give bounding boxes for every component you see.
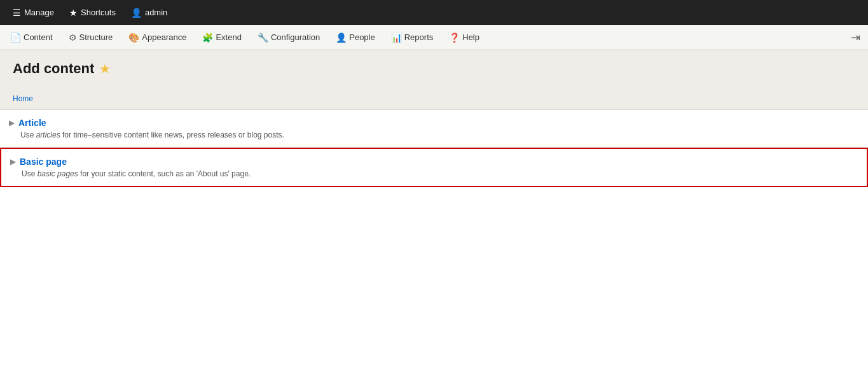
nav-label-people: People (349, 32, 375, 42)
page-body: Home ▶ Article Use articles for time–sen… (0, 90, 868, 344)
nav-bar: 📄 Content ⚙ Structure 🎨 Appearance 🧩 Ext… (0, 25, 868, 50)
user-icon: 👤 (131, 8, 142, 18)
star-nav-icon: ★ (69, 8, 78, 18)
page-header: Add content ★ (0, 50, 868, 90)
content-icon: 📄 (10, 32, 21, 43)
edit-shortcut-toggle[interactable]: ⇥ (851, 31, 865, 45)
nav-item-structure[interactable]: ⚙ Structure (61, 25, 121, 50)
nav-item-reports[interactable]: 📊 Reports (383, 25, 442, 50)
manage-label: Manage (24, 8, 54, 17)
help-icon: ❓ (449, 32, 460, 43)
breadcrumb: Home (13, 94, 33, 108)
reports-icon: 📊 (391, 32, 402, 43)
nav-item-content[interactable]: 📄 Content (3, 25, 61, 50)
article-link[interactable]: Article (18, 118, 46, 128)
nav-item-help[interactable]: ❓ Help (441, 25, 488, 50)
nav-item-people[interactable]: 👤 People (328, 25, 383, 50)
nav-label-appearance: Appearance (142, 32, 186, 42)
basic-page-desc-italic: basic pages (38, 169, 78, 178)
nav-label-reports: Reports (404, 32, 434, 42)
structure-icon: ⚙ (69, 32, 77, 43)
article-desc-suffix: for time–sensitive content like news, pr… (60, 130, 284, 139)
nav-item-configuration[interactable]: 🔧 Configuration (250, 25, 328, 50)
configuration-icon: 🔧 (258, 32, 268, 43)
nav-item-appearance[interactable]: 🎨 Appearance (121, 25, 195, 50)
article-arrow-icon: ▶ (9, 118, 15, 127)
basic-page-arrow-icon: ▶ (10, 157, 16, 166)
article-description: Use articles for time–sensitive content … (20, 130, 859, 139)
breadcrumb-home-link[interactable]: Home (13, 94, 33, 103)
admin-user-button[interactable]: 👤 admin (123, 0, 175, 25)
content-type-list: ▶ Article Use articles for time–sensitiv… (0, 110, 868, 187)
article-title-row: ▶ Article (9, 118, 859, 128)
nav-label-content: Content (24, 32, 53, 42)
page-title-row: Add content ★ (13, 60, 855, 77)
article-desc-italic: articles (36, 130, 60, 139)
shortcuts-label: Shortcuts (81, 8, 116, 17)
nav-label-configuration: Configuration (271, 32, 320, 42)
admin-label: admin (145, 8, 167, 17)
extend-icon: 🧩 (202, 32, 213, 43)
appearance-icon: 🎨 (128, 32, 139, 43)
people-icon: 👤 (336, 32, 347, 43)
basic-page-desc-suffix: for your static content, such as an 'Abo… (78, 169, 251, 178)
content-type-basic-page: ▶ Basic page Use basic pages for your st… (0, 148, 868, 187)
menu-icon: ☰ (13, 8, 21, 18)
nav-label-help: Help (462, 32, 479, 42)
nav-label-structure: Structure (79, 32, 113, 42)
article-desc-prefix: Use (20, 130, 36, 139)
shortcut-toggle-icon: ⇥ (851, 31, 860, 45)
page-title: Add content (13, 60, 94, 77)
manage-button[interactable]: ☰ Manage (5, 0, 62, 25)
content-type-article: ▶ Article Use articles for time–sensitiv… (0, 110, 868, 148)
favorite-star-icon[interactable]: ★ (99, 61, 111, 76)
admin-bar: ☰ Manage ★ Shortcuts 👤 admin (0, 0, 868, 25)
basic-page-link[interactable]: Basic page (20, 157, 67, 167)
nav-item-extend[interactable]: 🧩 Extend (195, 25, 249, 50)
basic-page-desc-prefix: Use (22, 169, 38, 178)
shortcuts-button[interactable]: ★ Shortcuts (62, 0, 123, 25)
nav-label-extend: Extend (216, 32, 241, 42)
basic-page-title-row: ▶ Basic page (10, 157, 858, 167)
basic-page-description: Use basic pages for your static content,… (22, 169, 858, 178)
